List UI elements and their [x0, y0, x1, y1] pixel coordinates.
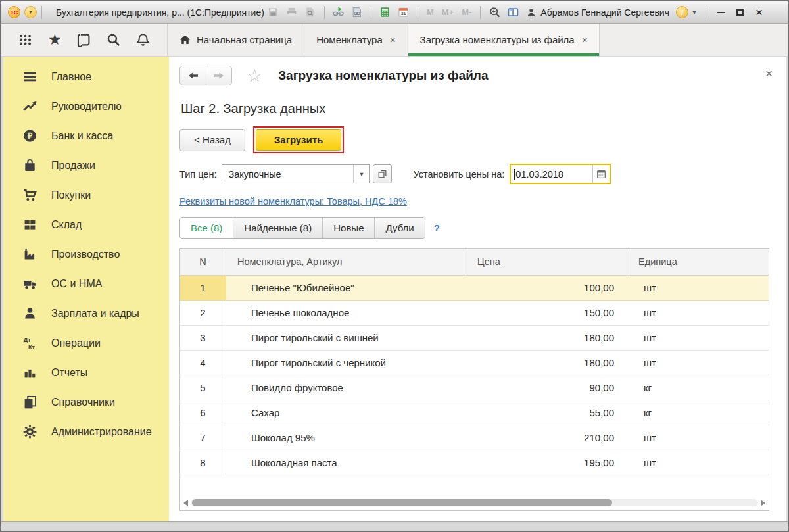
main-menu-dropdown-icon[interactable]: ▼ — [24, 6, 37, 18]
combo-dropdown-icon[interactable]: ▼ — [353, 165, 369, 183]
import-link-icon[interactable] — [331, 5, 346, 20]
sidebar-item-rukovoditelyu[interactable]: Руководителю — [3, 91, 169, 121]
back-button[interactable]: < Назад — [179, 129, 245, 151]
table-row[interactable]: 8Шоколадная паста195,00шт — [180, 450, 769, 475]
home-icon — [179, 34, 191, 45]
cell-ncell: 3 — [180, 326, 226, 350]
maximize-button[interactable] — [736, 9, 744, 16]
table-row[interactable]: 3Пирог тирольский с вишней180,00шт — [180, 326, 769, 351]
print-preview-icon[interactable] — [303, 5, 318, 20]
sidebar-item-label: Зарплата и кадры — [51, 308, 139, 320]
save-icon[interactable] — [266, 5, 281, 20]
table-row[interactable]: 1Печенье "Юбилейное"100,00шт — [180, 276, 769, 301]
cell-name: Шоколад 95% — [226, 425, 466, 450]
page-title: Загрузка номенклатуры из файла — [278, 68, 488, 83]
print-icon[interactable] — [285, 5, 299, 20]
back-arrow-button[interactable] — [180, 66, 206, 85]
tab-close-icon[interactable]: × — [582, 34, 588, 45]
sidebar-item-label: Продажи — [51, 160, 95, 172]
scroll-right-icon[interactable] — [761, 500, 765, 506]
panels-icon[interactable] — [506, 5, 520, 20]
cell-ncell: 1 — [180, 276, 226, 300]
date-field[interactable]: 01.03.2018 — [510, 164, 611, 184]
sidebar-item-pokupki[interactable]: Покупки — [3, 180, 169, 210]
sidebar-item-otchety[interactable]: Отчеты — [3, 358, 169, 387]
column-header-n[interactable]: N — [180, 249, 226, 275]
chevron-down-icon[interactable]: ▼ — [691, 9, 698, 16]
export-link-icon[interactable] — [350, 5, 364, 20]
notifications-bell-icon[interactable] — [132, 29, 155, 51]
filter-button[interactable]: Найденные (8) — [233, 218, 322, 238]
favorites-star-icon[interactable]: ★ — [43, 29, 66, 51]
close-window-button[interactable]: × — [755, 6, 763, 18]
sidebar: ГлавноеРуководителюБанк и кассаПродажиПо… — [3, 57, 169, 521]
sidebar-item-administrirovanie[interactable]: Администрирование — [3, 417, 169, 447]
tab-home[interactable]: Начальная страница — [167, 24, 304, 56]
sidebar-item-spravochniki[interactable]: Справочники — [3, 387, 169, 417]
memory-m-minus-button[interactable]: M- — [462, 7, 471, 17]
filter-button[interactable]: Дубли — [374, 218, 424, 238]
buttons-row: < Назад Загрузить — [179, 126, 774, 153]
memory-m-plus-button[interactable]: M+ — [442, 7, 454, 17]
sidebar-item-bank-i-kassa[interactable]: Банк и касса — [3, 121, 169, 151]
table-row[interactable]: 7Шоколад 95%210,00шт — [180, 425, 769, 450]
horizontal-scrollbar[interactable] — [183, 498, 765, 507]
scrollbar-track[interactable] — [191, 499, 758, 506]
column-header-name[interactable]: Номенклатура, Артикул — [226, 249, 466, 275]
info-icon[interactable]: i — [676, 6, 688, 18]
sidebar-item-operacii[interactable]: Операции — [3, 328, 169, 358]
debit-credit-icon — [23, 336, 37, 350]
table-row[interactable]: 4Пирог тирольский с черникой180,00шт — [180, 351, 769, 375]
tab-nomenclature[interactable]: Номенклатура× — [304, 24, 407, 56]
cell-unit: шт — [627, 276, 769, 300]
sidebar-item-glavnoe[interactable]: Главное — [3, 62, 169, 91]
scrollbar-thumb[interactable] — [192, 499, 612, 506]
minimize-button[interactable] — [717, 12, 725, 13]
current-user[interactable]: Абрамов Геннадий Сергеевич — [526, 7, 669, 18]
cell-unit: шт — [627, 425, 769, 450]
zoom-icon[interactable] — [487, 5, 502, 20]
scroll-left-icon[interactable] — [183, 500, 188, 506]
history-icon[interactable] — [73, 29, 95, 51]
tab-load-from-file[interactable]: Загрузка номенклатуры из файла× — [408, 24, 600, 56]
cell-ncell: 4 — [180, 351, 226, 375]
favorite-star-icon[interactable]: ☆ — [247, 67, 262, 85]
calendar-icon[interactable] — [396, 5, 411, 20]
search-icon[interactable] — [103, 29, 125, 51]
filter-button[interactable]: Новые — [322, 218, 374, 238]
table-row[interactable]: 6Сахар55,00кг — [180, 400, 769, 425]
sections-grid-icon[interactable] — [14, 29, 36, 51]
sidebar-item-proizvodstvo[interactable]: Производство — [3, 239, 169, 269]
table-row[interactable]: 2Печенье шоколадное150,00шт — [180, 301, 769, 326]
factory-icon — [23, 247, 37, 261]
tab-label: Начальная страница — [197, 34, 292, 45]
price-type-combobox[interactable]: Закупочные ▼ — [222, 164, 370, 183]
close-panel-button[interactable]: × — [765, 67, 773, 80]
link-row: Реквизиты новой номенклатуры: Товары, НД… — [179, 195, 774, 207]
calculator-icon[interactable] — [378, 5, 393, 20]
sidebar-item-os-i-nma[interactable]: ОС и НМА — [3, 269, 169, 299]
memory-m-button[interactable]: M — [427, 7, 434, 17]
person-icon — [23, 306, 37, 320]
cell-price: 150,00 — [466, 301, 627, 325]
title-bar: 1С ▼ Бухгалтерия предприятия, р... (1С:П… — [1, 1, 788, 24]
cell-name: Повидло фруктовое — [226, 375, 466, 400]
open-list-button[interactable] — [373, 164, 392, 183]
sidebar-item-prodazhi[interactable]: Продажи — [3, 151, 169, 180]
column-header-unit[interactable]: Единица — [627, 249, 769, 275]
sidebar-item-zarplata-i-kadry[interactable]: Зарплата и кадры — [3, 299, 169, 328]
help-link[interactable]: ? — [434, 222, 440, 233]
shopping-cart-icon — [23, 188, 37, 202]
column-header-price[interactable]: Цена — [466, 249, 627, 275]
sidebar-item-sklad[interactable]: Склад — [3, 210, 169, 239]
table-row[interactable]: 5Повидло фруктовое90,00кг — [180, 375, 769, 400]
load-button[interactable]: Загрузить — [256, 129, 341, 151]
forward-arrow-button[interactable] — [206, 66, 231, 85]
cell-ncell: 7 — [180, 425, 226, 450]
user-icon — [526, 7, 537, 18]
tab-label: Номенклатура — [316, 34, 383, 45]
date-picker-calendar-icon[interactable] — [592, 165, 610, 183]
tab-close-icon[interactable]: × — [390, 34, 396, 45]
requisites-link[interactable]: Реквизиты новой номенклатуры: Товары, НД… — [179, 196, 407, 206]
filter-button[interactable]: Все (8) — [180, 218, 233, 238]
